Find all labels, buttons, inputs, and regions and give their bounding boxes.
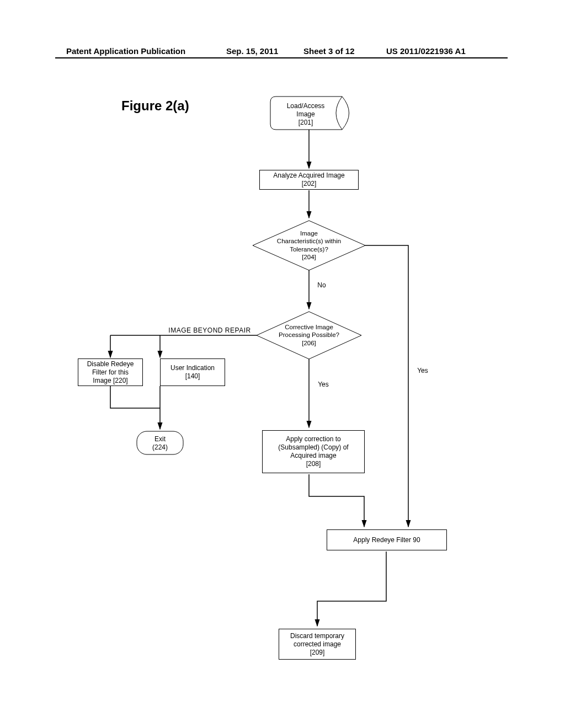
label-beyond-repair: IMAGE BEYOND REPAIR xyxy=(160,326,259,335)
node-analyze: Analyze Acquired Image [202] xyxy=(259,170,359,190)
node-exit: Exit (224) xyxy=(137,433,183,453)
node-corrective: Corrective Image Processing Possible? [2… xyxy=(270,323,348,347)
label-no: No xyxy=(313,281,330,290)
node-apply-correction: Apply correction to (Subsampled) (Copy) … xyxy=(262,430,365,473)
node-apply-redeye-filter: Apply Redeye Filter 90 xyxy=(327,529,447,550)
node-load: Load/Access Image [201] xyxy=(270,99,341,130)
node-user-indication: User Indication [140] xyxy=(160,358,225,386)
node-tolerance: Image Characteristic(s) within Tolerance… xyxy=(264,229,354,261)
label-yes-corrective: Yes xyxy=(313,381,333,389)
node-discard: Discard temporary corrected image [209] xyxy=(279,629,356,660)
label-yes-tolerance: Yes xyxy=(413,367,433,375)
node-disable-redeye: Disable Redeye Filter for this Image [22… xyxy=(78,358,143,386)
